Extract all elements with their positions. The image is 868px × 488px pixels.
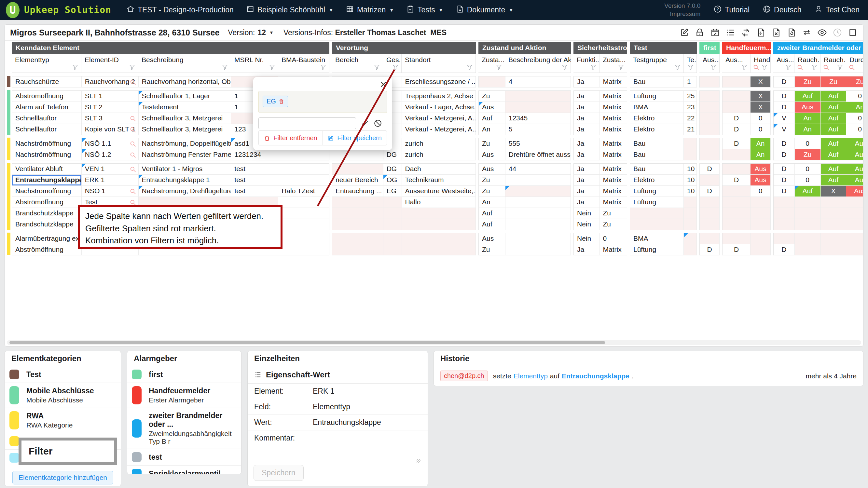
table-cell[interactable]: Zu	[479, 91, 505, 102]
column-header[interactable]: Aus...	[700, 54, 720, 72]
save-filter-button[interactable]: Filter speichern	[323, 131, 386, 145]
table-cell[interactable]: An	[795, 124, 821, 135]
table-cell[interactable]	[722, 233, 750, 244]
table-cell[interactable]: Verkauf - Metzgerei, A...	[402, 113, 476, 124]
table-cell[interactable]	[750, 233, 771, 244]
filter-funnel-icon[interactable]	[466, 64, 473, 71]
table-cell[interactable]: Auf	[821, 102, 846, 113]
kommentar-textarea[interactable]	[254, 443, 421, 464]
table-cell[interactable]: Auf	[795, 186, 821, 197]
table-cell[interactable]	[332, 219, 383, 230]
table-cell[interactable]: zurich	[402, 138, 476, 149]
table-cell[interactable]: Ja	[574, 197, 600, 208]
column-header[interactable]: Standort	[402, 54, 476, 72]
filter-funnel-icon[interactable]	[392, 64, 399, 71]
table-cell[interactable]: Schnelllauftor	[12, 124, 82, 135]
filter-funnel-icon[interactable]	[836, 64, 844, 71]
row-search-icon[interactable]	[129, 126, 136, 133]
table-cell[interactable]	[722, 102, 750, 113]
table-cell[interactable]: Ja	[574, 113, 600, 124]
column-header[interactable]: Zusta...	[478, 54, 505, 72]
table-cell[interactable]: Auf	[821, 113, 846, 124]
table-cell[interactable]: NSÖ 1	[82, 186, 138, 197]
table-cell[interactable]	[774, 208, 795, 219]
table-cell[interactable]: V	[774, 124, 795, 135]
column-header[interactable]: Rauch...	[820, 54, 846, 72]
list-item[interactable]: zweiter Brandmelder oder ...Zweimeldungs…	[127, 408, 241, 449]
table-cell[interactable]: 4	[505, 76, 571, 88]
table-cell[interactable]: 25	[684, 91, 697, 102]
brand[interactable]: U Upkeep Solution	[6, 2, 111, 18]
table-cell[interactable]: D	[722, 124, 750, 135]
table-cell[interactable]: DG	[383, 149, 402, 160]
table-cell[interactable]: Brandschutzklappe	[12, 219, 82, 230]
table-cell[interactable]	[383, 208, 402, 219]
table-cell[interactable]	[505, 91, 571, 102]
group-header[interactable]: Zustand und Aktion	[478, 42, 571, 54]
table-cell[interactable]: X	[750, 76, 771, 88]
table-cell[interactable]: 44	[505, 164, 571, 175]
numbered-list-button[interactable]	[725, 27, 736, 38]
table-cell[interactable]: Aus	[479, 233, 505, 244]
table-cell[interactable]: Matrix	[600, 175, 627, 186]
table-cell[interactable]	[795, 244, 821, 255]
table-cell[interactable]: test	[231, 186, 278, 197]
table-cell[interactable]	[700, 113, 720, 124]
table-cell[interactable]	[795, 219, 821, 230]
user-chip[interactable]: chen@d2p.ch	[440, 370, 488, 381]
table-cell[interactable]: Rauchvorhang 2	[82, 76, 138, 88]
row-search-icon[interactable]	[129, 79, 136, 86]
table-cell[interactable]	[722, 219, 750, 230]
table-cell[interactable]	[684, 138, 697, 149]
table-cell[interactable]: Aus	[846, 186, 863, 197]
nav-item-tests[interactable]: Tests▼	[406, 5, 443, 15]
table-cell[interactable]: Halo TZest	[278, 186, 329, 197]
checkbox-button[interactable]	[847, 27, 858, 38]
table-cell[interactable]: 0	[846, 124, 863, 135]
table-cell[interactable]: D	[700, 164, 720, 175]
column-header[interactable]: Zusta...	[599, 54, 627, 72]
table-cell[interactable]: D	[774, 149, 795, 160]
table-cell[interactable]: Entrauchungsklappe	[12, 175, 82, 186]
table-cell[interactable]: Ja	[574, 138, 600, 149]
table-cell[interactable]: D	[774, 76, 795, 88]
table-cell[interactable]: Nachströmung, Drehflügeltüre	[138, 186, 231, 197]
table-cell[interactable]: VEN 1	[82, 164, 138, 175]
table-cell[interactable]	[278, 175, 329, 186]
filter-funnel-icon[interactable]	[561, 64, 568, 71]
column-header[interactable]: Ges...	[383, 54, 402, 72]
nav-item-matrizen[interactable]: Matrizen▼	[346, 5, 394, 15]
column-header[interactable]: Aus...	[773, 54, 795, 72]
table-cell[interactable]	[700, 149, 720, 160]
table-cell[interactable]	[700, 102, 720, 113]
lock-button[interactable]	[694, 27, 705, 38]
table-cell[interactable]: 21	[684, 124, 697, 135]
filter-funnel-icon[interactable]	[129, 64, 136, 71]
table-cell[interactable]: Entrauchungsklappe 1	[138, 175, 231, 186]
group-header[interactable]: zweiter Brandmelder oder Hand...	[773, 42, 863, 54]
filter-value-input[interactable]	[258, 118, 356, 129]
table-cell[interactable]	[722, 197, 750, 208]
block-icon[interactable]	[374, 119, 382, 128]
table-cell[interactable]	[332, 197, 383, 208]
table-cell[interactable]	[332, 208, 383, 219]
filter-funnel-icon[interactable]	[674, 64, 681, 71]
table-cell[interactable]: Zu	[600, 208, 627, 219]
save-button[interactable]: Speichern	[253, 465, 304, 481]
filter-funnel-icon[interactable]	[710, 64, 717, 71]
table-cell[interactable]	[505, 244, 571, 255]
table-cell[interactable]: Testelement	[138, 102, 231, 113]
table-cell[interactable]	[278, 233, 329, 244]
table-cell[interactable]: Nachströmöffnung	[12, 186, 82, 197]
table-cell[interactable]: Auf	[821, 175, 846, 186]
table-cell[interactable]: Matrix	[600, 113, 627, 124]
filter-funnel-icon[interactable]	[269, 64, 276, 71]
table-cell[interactable]	[774, 197, 795, 208]
table-cell[interactable]	[278, 197, 329, 208]
list-item[interactable]: Mobile AbschlüsseMobile Abschlüsse	[5, 383, 121, 408]
table-cell[interactable]: Aus	[750, 175, 771, 186]
edit-button[interactable]	[679, 27, 690, 38]
filtered-search-icon[interactable]	[823, 64, 830, 71]
remove-filter-button[interactable]: Filter entfernen	[259, 131, 323, 145]
table-cell[interactable]: Auf	[846, 138, 863, 149]
